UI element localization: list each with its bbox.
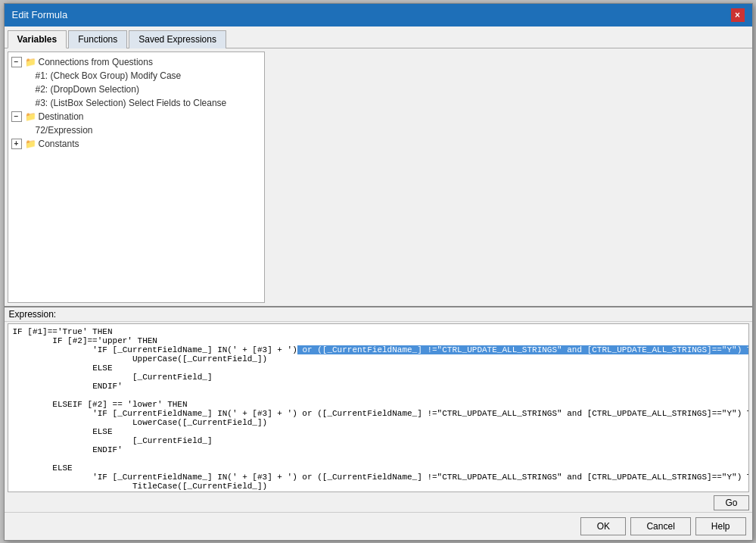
code-line-19: ELSE [13,491,744,492]
tree-item-1[interactable]: #1: (Check Box Group) Modify Case [8,69,264,83]
code-line-15 [13,454,744,463]
code-line-7: ENDIF' [13,382,744,391]
connections-expand-icon[interactable]: − [11,57,22,67]
code-line-3: 'IF [_CurrentFieldName_] IN(' + [#3] + '… [13,345,744,354]
constants-folder-icon: 📁 [25,139,36,149]
tab-variables[interactable]: Variables [8,30,67,48]
cancel-button[interactable]: Cancel [630,517,690,535]
main-panel: − 📁 Connections from Questions #1: (Chec… [5,48,752,540]
code-line-6: [_CurrentField_] [13,373,744,382]
help-button[interactable]: Help [695,517,746,535]
destination-expand-icon[interactable]: − [11,111,22,122]
code-line-2: IF [#2]=='upper' THEN [13,336,744,345]
expression-label: Expression: [9,309,57,320]
tab-saved-expressions[interactable]: Saved Expressions [129,30,226,48]
code-line-12: ELSE [13,427,744,436]
code-line-9: ELSEIF [#2] == 'lower' THEN [13,400,744,409]
tree-item-2-label: #2: (DropDown Selection) [36,84,139,95]
constants-label: Constants [39,139,79,149]
destination-child-label: 72/Expression [36,125,93,136]
code-line-5: ELSE [13,364,744,373]
expression-code-area[interactable]: IF [#1]=='True' THEN IF [#2]=='upper' TH… [8,323,749,492]
code-line-8 [13,391,744,400]
tree-item-2[interactable]: #2: (DropDown Selection) [8,83,264,96]
title-bar: Edit Formula × [5,4,752,27]
code-line-14: ENDIF' [13,445,744,454]
tree-item-1-label: #1: (Check Box Group) Modify Case [36,70,182,81]
go-area: Go [5,494,752,512]
connections-label: Connections from Questions [39,57,153,67]
constants-expand-icon[interactable]: + [11,139,22,149]
destination-label: Destination [39,111,84,122]
destination-group[interactable]: − 📁 Destination [8,110,264,123]
connections-group[interactable]: − 📁 Connections from Questions [8,55,264,69]
ok-button[interactable]: OK [580,517,626,535]
expression-section: Expression: IF [#1]=='True' THEN IF [#2]… [5,306,752,512]
top-section: − 📁 Connections from Questions #1: (Chec… [5,48,752,306]
close-button[interactable]: × [731,8,745,22]
code-line-18: TitleCase([_CurrentField_]) [13,482,744,491]
tree-item-3[interactable]: #3: (ListBox Selection) Select Fields to… [8,96,264,110]
code-line-13: [_CurrentField_] [13,436,744,445]
code-line-4: UpperCase([_CurrentField_]) [13,354,744,364]
tree-item-destination[interactable]: 72/Expression [8,123,264,137]
go-button[interactable]: Go [714,495,748,510]
code-line-16: ELSE [13,463,744,473]
tree-panel[interactable]: − 📁 Connections from Questions #1: (Chec… [8,51,265,303]
tree-item-3-label: #3: (ListBox Selection) Select Fields to… [36,98,227,108]
top-right-empty [268,48,752,306]
destination-folder-icon: 📁 [25,111,36,122]
tab-functions[interactable]: Functions [68,30,127,48]
expression-label-bar: Expression: [5,307,752,322]
edit-formula-dialog: Edit Formula × Variables Functions Saved… [4,3,753,541]
code-line-11: LowerCase([_CurrentField_]) [13,418,744,427]
constants-group[interactable]: + 📁 Constants [8,137,264,151]
bottom-bar: OK Cancel Help [5,512,752,540]
code-line-10: 'IF [_CurrentFieldName_] IN(' + [#3] + '… [13,409,744,418]
code-line-17: 'IF [_CurrentFieldName_] IN(' + [#3] + '… [13,473,744,482]
code-line-1: IF [#1]=='True' THEN [13,327,744,336]
tabs-row: Variables Functions Saved Expressions [5,27,752,48]
connections-folder-icon: 📁 [25,57,36,67]
dialog-title: Edit Formula [12,9,68,20]
